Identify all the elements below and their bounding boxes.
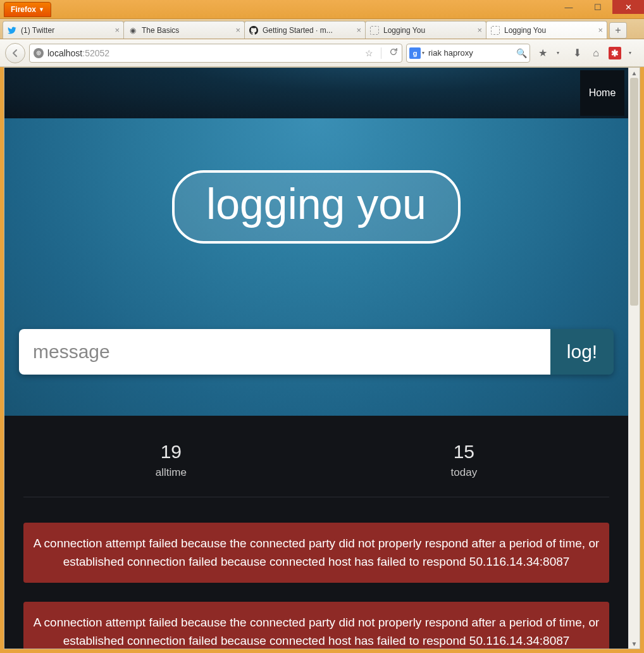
chevron-down-icon: ▼ <box>39 6 44 13</box>
window-maximize-button[interactable]: ☐ <box>583 0 612 14</box>
url-port: :52052 <box>82 48 109 58</box>
stat-today: 15 today <box>451 441 478 479</box>
hero-section: logging you message log! <box>4 118 628 416</box>
error-list: A connection attempt failed because the … <box>17 523 616 649</box>
stat-label: alltime <box>156 466 187 479</box>
github-icon <box>249 25 259 35</box>
tab-label: Logging You <box>383 26 425 35</box>
scrollbar-thumb[interactable] <box>630 78 638 306</box>
scroll-down-arrow-icon[interactable]: ▼ <box>629 638 640 649</box>
vertical-scrollbar[interactable]: ▲ ▼ <box>628 68 640 649</box>
bookmark-star-icon[interactable]: ☆ <box>365 48 373 58</box>
nav-home-link[interactable]: Home <box>580 70 624 116</box>
new-tab-button[interactable]: + <box>609 22 627 39</box>
browser-window: Firefox ▼ — ☐ ✕ (1) Twitter × ◉ The Basi… <box>0 0 644 653</box>
stats-section: 19 alltime 15 today A connection attempt… <box>4 416 628 649</box>
scroll-up-arrow-icon[interactable]: ▲ <box>629 68 640 78</box>
search-engine-icon[interactable]: g <box>409 47 421 59</box>
tab-logging-you-1[interactable]: Logging You × <box>365 21 486 39</box>
logo-text: logging you <box>206 179 426 228</box>
close-icon[interactable]: × <box>354 25 361 35</box>
stat-value: 19 <box>156 441 187 463</box>
chevron-down-icon[interactable]: ▾ <box>624 47 636 59</box>
window-minimize-button[interactable]: — <box>554 0 583 14</box>
error-message: A connection attempt failed because the … <box>23 523 609 583</box>
home-icon[interactable]: ⌂ <box>590 47 602 59</box>
content-viewport: Home logging you message log! <box>4 67 640 649</box>
twitter-icon <box>7 25 17 35</box>
chevron-down-icon[interactable]: ▾ <box>552 47 564 59</box>
search-engine-letter: g <box>413 49 418 57</box>
close-icon[interactable]: × <box>233 25 240 35</box>
search-bar[interactable]: g ▾ riak haproxy 🔍 <box>406 44 530 63</box>
url-host: localhost <box>47 48 82 58</box>
logo-pill: logging you <box>172 170 461 244</box>
tab-strip: (1) Twitter × ◉ The Basics × Getting Sta… <box>0 19 644 39</box>
message-input[interactable]: message <box>19 329 550 375</box>
tab-basics[interactable]: ◉ The Basics × <box>123 21 245 39</box>
stat-label: today <box>451 466 478 479</box>
log-button[interactable]: log! <box>550 329 614 375</box>
chevron-down-icon[interactable]: ▾ <box>422 50 424 56</box>
url-bar[interactable]: ⊕ localhost:52052 ☆ <box>29 44 402 63</box>
window-close-button[interactable]: ✕ <box>612 0 644 14</box>
tab-label: Logging You <box>504 26 546 35</box>
close-icon[interactable]: × <box>112 25 120 35</box>
navigation-toolbar: ⊕ localhost:52052 ☆ g ▾ riak haproxy 🔍 ★… <box>0 39 644 67</box>
close-icon[interactable]: × <box>595 25 603 35</box>
reload-icon[interactable] <box>389 47 398 58</box>
tab-label: (1) Twitter <box>21 26 54 35</box>
error-message: A connection attempt failed because the … <box>23 602 609 649</box>
search-go-icon[interactable]: 🔍 <box>516 48 527 58</box>
site-identity-icon[interactable]: ⊕ <box>34 48 44 58</box>
log-button-label: log! <box>567 341 597 363</box>
log-input-row: message log! <box>19 329 614 375</box>
extension-icon[interactable]: ✱ <box>609 47 621 59</box>
page-navbar: Home <box>4 68 628 118</box>
tab-twitter[interactable]: (1) Twitter × <box>3 21 124 39</box>
stat-alltime: 19 alltime <box>156 441 187 479</box>
back-button[interactable] <box>5 43 25 63</box>
tab-label: The Basics <box>142 26 179 35</box>
divider <box>381 47 381 59</box>
bookmarks-menu-icon[interactable]: ★ <box>536 47 549 59</box>
nav-home-label: Home <box>589 87 616 99</box>
web-page: Home logging you message log! <box>4 68 628 649</box>
globe-icon: ◉ <box>128 25 138 35</box>
page-scroll-area[interactable]: Home logging you message log! <box>4 68 628 649</box>
close-icon[interactable]: × <box>474 25 482 35</box>
placeholder-icon <box>490 25 500 35</box>
placeholder-icon <box>369 25 380 35</box>
firefox-menu-button[interactable]: Firefox ▼ <box>4 2 51 17</box>
stats-row: 19 alltime 15 today <box>23 441 609 497</box>
tab-github[interactable]: Getting Started · m... × <box>244 21 366 39</box>
search-query: riak haproxy <box>428 48 514 58</box>
window-titlebar: Firefox ▼ — ☐ ✕ <box>0 0 644 19</box>
downloads-icon[interactable]: ⬇ <box>571 47 583 59</box>
window-controls: — ☐ ✕ <box>554 0 644 18</box>
tab-logging-you-2[interactable]: Logging You × <box>486 21 607 39</box>
toolbar-icons: ★ ▾ ⬇ ⌂ ✱ ▾ <box>534 47 639 59</box>
stat-value: 15 <box>451 441 478 463</box>
tab-label: Getting Started · m... <box>263 26 333 35</box>
firefox-menu-label: Firefox <box>11 5 36 14</box>
